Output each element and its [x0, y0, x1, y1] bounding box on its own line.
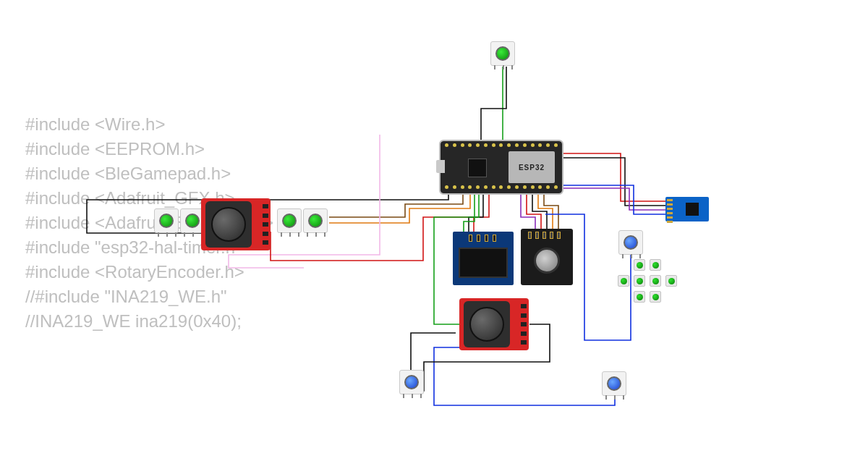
- led-pad[interactable]: [665, 275, 677, 287]
- led-pad[interactable]: [618, 275, 629, 287]
- push-button-bottom-right[interactable]: [602, 371, 626, 396]
- esp32-pinrow-bottom: [445, 185, 558, 191]
- gyro-chip-icon: [686, 203, 699, 216]
- joystick-hat-icon: [469, 307, 504, 342]
- usb-connector-icon: [436, 160, 445, 173]
- led-pad[interactable]: [650, 291, 661, 303]
- code-line: #include <EEPROM.h>: [25, 137, 273, 161]
- circuit-canvas: #include <Wire.h> #include <EEPROM.h> #i…: [0, 0, 868, 456]
- oled-display[interactable]: [453, 232, 514, 285]
- joystick-hat-icon: [211, 207, 246, 242]
- button-cap-icon: [185, 214, 200, 228]
- button-cap-icon: [624, 235, 638, 250]
- button-cap-icon: [159, 214, 174, 228]
- push-button-l3[interactable]: [277, 208, 302, 233]
- gyro-header: [667, 199, 673, 223]
- code-line: #include <RotaryEncoder.h>: [25, 260, 273, 284]
- oled-header: [469, 235, 496, 242]
- rotary-header: [528, 232, 561, 239]
- button-cap-icon: [495, 46, 510, 61]
- joystick-left[interactable]: [201, 198, 271, 250]
- code-line: #include <BleGamepad.h>: [25, 161, 273, 186]
- push-button-l1[interactable]: [154, 208, 179, 233]
- led-pad[interactable]: [650, 275, 661, 287]
- led-pad[interactable]: [634, 259, 645, 271]
- joystick-header: [263, 204, 268, 245]
- esp32-pinrow-top: [445, 143, 558, 149]
- push-button-bottom-left[interactable]: [399, 370, 424, 394]
- button-cap-icon: [308, 214, 323, 228]
- push-button-l4[interactable]: [303, 208, 328, 233]
- esp32-shield-label: ESP32: [509, 151, 555, 183]
- led-pad[interactable]: [634, 275, 645, 287]
- button-cap-icon: [607, 376, 621, 391]
- button-cap-icon: [282, 214, 297, 228]
- rotary-knob-icon: [534, 248, 560, 274]
- led-pad[interactable]: [650, 259, 661, 271]
- push-button-right[interactable]: [618, 230, 643, 255]
- joystick-right[interactable]: [459, 298, 529, 350]
- joystick-header: [521, 304, 527, 345]
- rotary-encoder[interactable]: [521, 229, 573, 285]
- oled-screen-icon: [459, 248, 508, 278]
- push-button-top[interactable]: [490, 41, 515, 66]
- code-line: //INA219_WE ina219(0x40);: [25, 309, 273, 334]
- code-line: #include <Wire.h>: [25, 112, 273, 137]
- esp32-chip-icon: [468, 159, 487, 177]
- gyro-breakout[interactable]: [665, 197, 709, 221]
- led-pad[interactable]: [634, 291, 645, 303]
- code-line: //#include "INA219_WE.h": [25, 284, 273, 309]
- button-cap-icon: [404, 375, 419, 389]
- esp32-devboard[interactable]: ESP32: [441, 141, 562, 193]
